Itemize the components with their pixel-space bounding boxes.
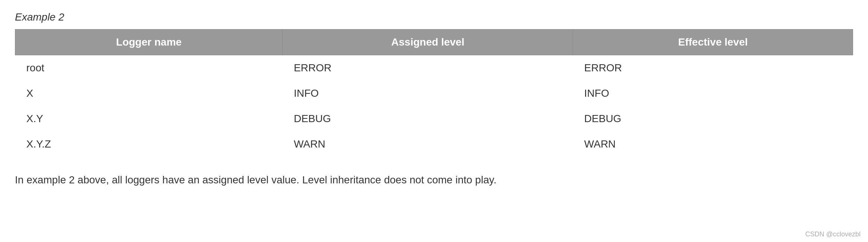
table-row: rootERRORERROR [15,55,853,81]
cell-assigned-level: INFO [283,81,573,106]
watermark: CSDN @cclovezbl [805,230,861,238]
cell-logger-name: X.Y.Z [15,131,283,157]
table-row: X.Y.ZWARNWARN [15,131,853,157]
table-row: XINFOINFO [15,81,853,106]
cell-assigned-level: DEBUG [283,106,573,131]
col-header-effective-level: Effective level [573,30,853,55]
cell-effective-level: ERROR [573,55,853,81]
col-header-assigned-level: Assigned level [283,30,573,55]
table-header-row: Logger name Assigned level Effective lev… [15,30,853,55]
cell-effective-level: INFO [573,81,853,106]
cell-assigned-level: ERROR [283,55,573,81]
logger-table: Logger name Assigned level Effective lev… [15,29,853,157]
cell-logger-name: root [15,55,283,81]
example-title: Example 2 [15,11,853,23]
cell-assigned-level: WARN [283,131,573,157]
col-header-logger-name: Logger name [15,30,283,55]
table-row: X.YDEBUGDEBUG [15,106,853,131]
description-text: In example 2 above, all loggers have an … [15,172,835,189]
cell-effective-level: DEBUG [573,106,853,131]
cell-logger-name: X.Y [15,106,283,131]
cell-effective-level: WARN [573,131,853,157]
cell-logger-name: X [15,81,283,106]
